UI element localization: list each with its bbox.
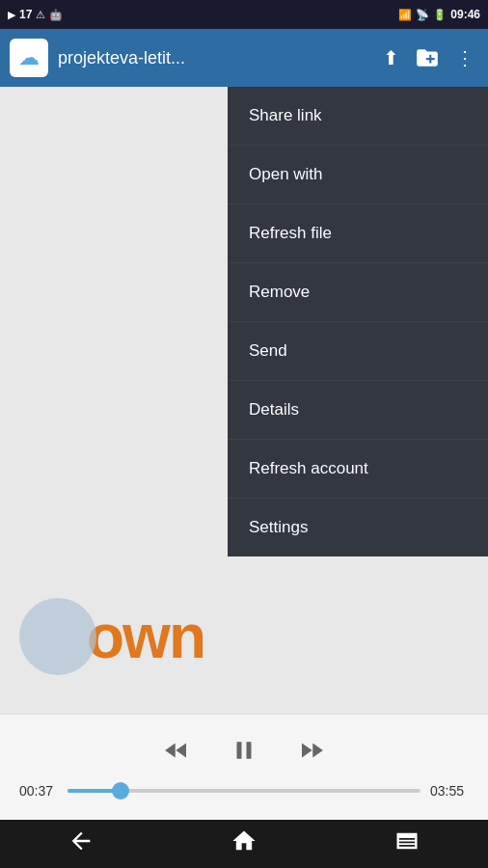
menu-item-refresh-file[interactable]: Refresh file: [228, 204, 488, 263]
media-player: 00:37 03:55: [0, 714, 488, 820]
bottom-nav: [0, 820, 488, 868]
remove-label: Remove: [249, 283, 310, 302]
app-icon: ☁: [10, 39, 48, 77]
toolbar-title: projekteva-letit...: [58, 48, 369, 68]
fast-forward-button[interactable]: [297, 736, 326, 772]
menu-item-send[interactable]: Send: [228, 322, 488, 381]
dropdown-menu: Share link Open with Refresh file Remove…: [228, 87, 488, 556]
status-right: 📶 📡 🔋 09:46: [398, 8, 480, 21]
clock: 09:46: [450, 8, 480, 21]
rewind-button[interactable]: [162, 736, 191, 772]
toolbar-actions: ⬆ ⋮: [379, 41, 478, 74]
menu-item-open-with[interactable]: Open with: [228, 146, 488, 204]
share-link-label: Share link: [249, 106, 322, 125]
menu-item-details[interactable]: Details: [228, 381, 488, 440]
progress-thumb[interactable]: [112, 782, 129, 800]
menu-item-refresh-account[interactable]: Refresh account: [228, 440, 488, 499]
signal-icon: 📡: [416, 9, 429, 21]
logo-text: own: [87, 601, 204, 672]
logo-circle: [19, 598, 96, 675]
player-controls: [162, 736, 326, 772]
progress-area: 00:37 03:55: [19, 783, 469, 799]
notification-count: 17: [19, 8, 32, 21]
progress-bar[interactable]: [68, 789, 420, 793]
android-icon: 🤖: [49, 9, 63, 21]
more-options-button[interactable]: ⋮: [451, 42, 478, 73]
warning-icon: ⚠: [36, 9, 45, 21]
menu-item-remove[interactable]: Remove: [228, 263, 488, 322]
current-time: 00:37: [19, 783, 58, 799]
back-button[interactable]: [68, 827, 95, 860]
upload-button[interactable]: ⬆: [379, 42, 403, 73]
refresh-file-label: Refresh file: [249, 224, 332, 243]
status-bar: ▶ 17 ⚠ 🤖 📶 📡 🔋 09:46: [0, 0, 488, 29]
details-label: Details: [249, 400, 299, 420]
toolbar: ☁ projekteva-letit... ⬆ ⋮: [0, 29, 488, 87]
total-time: 03:55: [430, 783, 469, 799]
logo-area: own: [19, 598, 204, 675]
menu-item-share-link[interactable]: Share link: [228, 87, 488, 146]
open-with-label: Open with: [249, 165, 323, 184]
menu-item-settings[interactable]: Settings: [228, 499, 488, 556]
settings-label: Settings: [249, 518, 308, 537]
wifi-icon: 📶: [398, 9, 412, 21]
play-icon: ▶: [8, 9, 15, 21]
pause-button[interactable]: [230, 736, 258, 772]
send-label: Send: [249, 341, 287, 361]
battery-icon: 🔋: [433, 9, 447, 21]
add-folder-button[interactable]: [411, 41, 444, 74]
refresh-account-label: Refresh account: [249, 459, 368, 478]
recents-button[interactable]: [393, 827, 420, 860]
cloud-icon: ☁: [18, 45, 40, 70]
main-content: own Share link Open with Refresh file Re…: [0, 87, 488, 714]
home-button[interactable]: [230, 827, 258, 860]
status-left: ▶ 17 ⚠ 🤖: [8, 8, 63, 21]
